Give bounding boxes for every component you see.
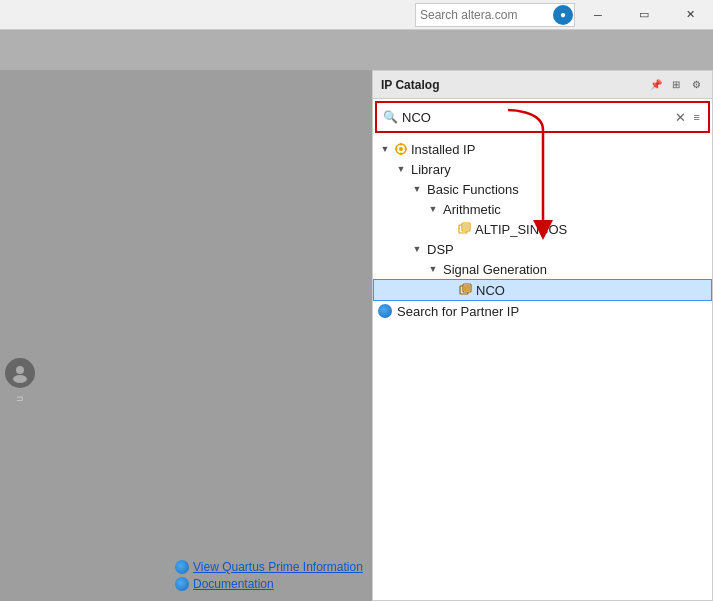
search-altera-input[interactable] [416, 6, 551, 24]
dsp-arrow: ▼ [409, 241, 425, 257]
dsp-label: DSP [425, 242, 454, 257]
svg-point-1 [13, 375, 27, 383]
svg-rect-13 [464, 285, 470, 291]
layout-icon[interactable]: ⊞ [668, 77, 684, 93]
svg-point-3 [399, 147, 403, 151]
altera-globe-icon: ● [553, 5, 573, 25]
view-quartus-label: View Quartus Prime Information [193, 560, 363, 574]
title-bar: ● ─ ▭ ✕ [0, 0, 713, 30]
installed-ip-icon [393, 141, 409, 157]
ip-tree: ▼ Installed IP ▼ Library ▼ Basic [373, 135, 712, 600]
view-quartus-link[interactable]: View Quartus Prime Information [175, 560, 363, 574]
svg-rect-6 [395, 148, 398, 150]
ip-catalog-panel: IP Catalog 📌 ⊞ ⚙ 🔍 ✕ ≡ ▼ [372, 70, 713, 601]
signal-generation-arrow: ▼ [425, 261, 441, 277]
svg-rect-5 [400, 153, 402, 156]
svg-rect-7 [405, 148, 408, 150]
basic-functions-label: Basic Functions [425, 182, 519, 197]
tree-dsp[interactable]: ▼ DSP [373, 239, 712, 259]
tree-basic-functions[interactable]: ▼ Basic Functions [373, 179, 712, 199]
library-label: Library [409, 162, 451, 177]
tree-library[interactable]: ▼ Library [373, 159, 712, 179]
arithmetic-arrow: ▼ [425, 201, 441, 217]
svg-point-0 [16, 366, 24, 374]
search-icon: 🔍 [383, 110, 398, 124]
nco-label: NCO [474, 283, 505, 298]
avatar [5, 358, 35, 388]
tree-signal-generation[interactable]: ▼ Signal Generation [373, 259, 712, 279]
settings-icon[interactable]: ⚙ [688, 77, 704, 93]
tree-search-partner-ip[interactable]: Search for Partner IP [373, 301, 712, 321]
search-clear-button[interactable]: ✕ [673, 110, 688, 125]
search-partner-ip-label: Search for Partner IP [393, 304, 519, 319]
ip-catalog-title: IP Catalog [381, 78, 439, 92]
ip-catalog-toolbar: 📌 ⊞ ⚙ [648, 77, 704, 93]
altip-sincos-label: ALTIP_SINCOS [473, 222, 567, 237]
minimize-button[interactable]: ─ [575, 0, 621, 30]
installed-ip-arrow: ▼ [377, 141, 393, 157]
search-altera-box[interactable]: ● [415, 3, 575, 27]
close-button[interactable]: ✕ [667, 0, 713, 30]
signal-generation-label: Signal Generation [441, 262, 547, 277]
search-menu-button[interactable]: ≡ [692, 111, 702, 123]
partner-ip-globe-icon [377, 303, 393, 319]
altip-sincos-icon [457, 221, 473, 237]
tree-arithmetic[interactable]: ▼ Arithmetic [373, 199, 712, 219]
window-controls: ● ─ ▭ ✕ [415, 0, 713, 30]
ip-search-input[interactable] [402, 110, 669, 125]
ip-catalog-header: IP Catalog 📌 ⊞ ⚙ [373, 71, 712, 99]
documentation-link[interactable]: Documentation [175, 577, 363, 591]
nco-icon [458, 282, 474, 298]
tree-altip-sincos[interactable]: ▶ ALTIP_SINCOS [373, 219, 712, 239]
basic-functions-arrow: ▼ [409, 181, 425, 197]
maximize-button[interactable]: ▭ [621, 0, 667, 30]
svg-rect-10 [463, 224, 469, 230]
documentation-globe-icon [175, 577, 189, 591]
bottom-links-area: View Quartus Prime Information Documenta… [175, 560, 363, 591]
tree-installed-ip[interactable]: ▼ Installed IP [373, 139, 712, 159]
ip-search-row[interactable]: 🔍 ✕ ≡ [375, 101, 710, 133]
documentation-label: Documentation [193, 577, 274, 591]
pin-icon[interactable]: 📌 [648, 77, 664, 93]
arithmetic-label: Arithmetic [441, 202, 501, 217]
view-quartus-globe-icon [175, 560, 189, 574]
svg-rect-4 [400, 143, 402, 146]
main-background: n [0, 70, 375, 601]
library-arrow: ▼ [393, 161, 409, 177]
avatar-label: n [15, 396, 26, 402]
installed-ip-label: Installed IP [409, 142, 475, 157]
tree-nco[interactable]: ▶ NCO [373, 279, 712, 301]
